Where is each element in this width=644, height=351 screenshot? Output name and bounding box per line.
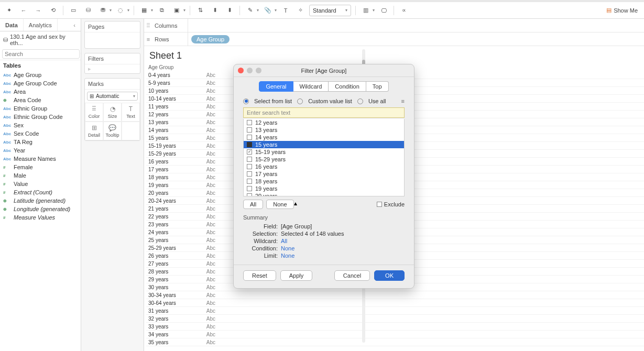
radio-use-all[interactable] xyxy=(357,98,363,104)
marks-detail[interactable]: ⊞Detail xyxy=(85,122,103,140)
dropdown-icon[interactable]: ▾ xyxy=(127,8,129,13)
dropdown-icon[interactable]: ▾ xyxy=(275,8,277,13)
radio-custom-value[interactable] xyxy=(297,98,303,104)
save-icon[interactable]: ▭ xyxy=(68,5,79,16)
zoom-icon[interactable] xyxy=(256,68,261,73)
crosstab-row[interactable]: 33 yearsAbc xyxy=(146,323,644,331)
filter-value-row[interactable]: 17 years xyxy=(244,170,404,178)
field-row[interactable]: AbcAge Group xyxy=(0,71,81,79)
filter-value-checkbox[interactable] xyxy=(247,179,252,184)
crosstab-row[interactable]: 35 yearsAbc xyxy=(146,338,644,346)
sort-asc-icon[interactable]: ⬍ xyxy=(209,5,221,16)
forward-icon[interactable]: → xyxy=(32,5,44,16)
rows-pill-age-group[interactable]: Age Group xyxy=(191,35,230,43)
filter-value-checkbox[interactable] xyxy=(247,186,252,191)
group-icon[interactable]: 📎 xyxy=(262,5,274,16)
field-row[interactable]: #Value xyxy=(0,180,81,188)
field-row[interactable]: AbcEthnic Group xyxy=(0,104,81,113)
field-row[interactable]: ⊕Longitude (generated) xyxy=(0,205,81,213)
filter-value-list[interactable]: 12 years13 years14 years15 years15-19 ye… xyxy=(243,119,405,196)
new-worksheet-icon[interactable]: ▦ xyxy=(138,5,150,16)
filter-value-row[interactable]: 14 years xyxy=(244,134,404,141)
exclude-checkbox[interactable] xyxy=(377,202,382,207)
field-row[interactable]: #Measure Values xyxy=(0,213,81,222)
tableau-logo-icon[interactable]: ✦ xyxy=(3,5,15,16)
filter-value-row[interactable]: 15-29 years xyxy=(244,156,404,163)
tab-wildcard[interactable]: Wildcard xyxy=(293,81,329,92)
marks-type-selector[interactable]: ⊞ Automatic ▾ xyxy=(87,92,138,101)
search-fields-input[interactable] xyxy=(2,49,80,59)
tab-data[interactable]: Data xyxy=(0,19,24,31)
crosstab-row[interactable]: 30-64 yearsAbc xyxy=(146,299,644,307)
marks-color[interactable]: ⠿Color xyxy=(85,103,103,122)
filter-value-checkbox[interactable] xyxy=(247,149,252,155)
field-row[interactable]: AbcSex xyxy=(0,121,81,129)
collapse-pane-icon[interactable]: ‹ xyxy=(68,19,81,31)
swap-icon[interactable]: ⇅ xyxy=(194,5,206,16)
sort-desc-icon[interactable]: ⬍ xyxy=(224,5,235,16)
dropdown-icon[interactable]: ▾ xyxy=(183,8,185,13)
tab-general[interactable]: General xyxy=(259,81,293,92)
radio-select-from-list[interactable] xyxy=(243,98,249,104)
columns-shelf[interactable]: ⦙⦙⦙ Columns xyxy=(144,19,644,32)
field-row[interactable]: #Extract (Count) xyxy=(0,188,81,196)
dropdown-icon[interactable]: ▾ xyxy=(110,8,112,13)
dropdown-icon[interactable]: ▾ xyxy=(257,8,259,13)
new-datasource-icon[interactable]: ⛁ xyxy=(82,5,94,16)
filter-value-checkbox[interactable] xyxy=(247,135,252,140)
clear-icon[interactable]: ▣ xyxy=(171,5,182,16)
filter-value-checkbox[interactable] xyxy=(247,164,252,169)
filter-value-checkbox[interactable] xyxy=(247,157,252,162)
field-row[interactable]: AbcArea xyxy=(0,87,81,96)
field-row[interactable]: #Male xyxy=(0,171,81,180)
auto-update-icon[interactable]: ◌ xyxy=(115,5,126,16)
filter-value-checkbox[interactable] xyxy=(247,171,252,177)
filter-value-checkbox[interactable] xyxy=(247,127,252,133)
field-row[interactable]: AbcSex Code xyxy=(0,129,81,138)
filter-value-row[interactable]: 18 years xyxy=(244,178,404,185)
gear-icon[interactable]: ≡ xyxy=(401,98,405,104)
select-all-button[interactable]: All xyxy=(243,200,263,209)
marks-tooltip[interactable]: 💬Tooltip xyxy=(103,122,122,140)
dropdown-icon[interactable]: ▾ xyxy=(373,8,375,13)
rows-shelf[interactable]: ≡ Rows Age Group xyxy=(144,32,644,46)
filter-value-row[interactable]: 15-19 years xyxy=(244,148,404,156)
field-row[interactable]: AbcMeasure Names xyxy=(0,155,81,163)
tab-condition[interactable]: Condition xyxy=(329,81,366,92)
close-icon[interactable] xyxy=(238,68,244,73)
sheet-title[interactable]: Sheet 1 xyxy=(144,46,644,63)
totals-icon[interactable]: T xyxy=(280,5,291,16)
reset-button[interactable]: Reset xyxy=(243,270,276,281)
crosstab-row[interactable]: 34 yearsAbc xyxy=(146,331,644,338)
filter-value-row[interactable]: 13 years xyxy=(244,126,404,134)
filter-value-checkbox[interactable] xyxy=(247,142,252,147)
undo-icon[interactable]: ⟲ xyxy=(47,5,59,16)
datasource-row[interactable]: ⛁ 130.1 Age and sex by eth... xyxy=(0,31,81,48)
duplicate-icon[interactable]: ⧉ xyxy=(156,5,168,16)
crosstab-row[interactable]: 31 yearsAbc xyxy=(146,307,644,315)
highlight-icon[interactable]: ✎ xyxy=(244,5,256,16)
field-row[interactable]: AbcEthnic Group Code xyxy=(0,113,81,121)
marks-size[interactable]: ◔Size xyxy=(103,103,122,122)
presentation-icon[interactable]: 🖵 xyxy=(378,5,389,16)
pages-card[interactable]: Pages xyxy=(84,21,140,49)
labels-icon[interactable]: ✧ xyxy=(294,5,306,16)
field-row[interactable]: ⊕Latitude (generated) xyxy=(0,196,81,205)
filter-value-row[interactable]: 15 years xyxy=(244,141,404,148)
dialog-titlebar[interactable]: Filter [Age Group] xyxy=(234,64,414,77)
summary-wildcard-value[interactable]: All xyxy=(281,238,287,244)
filter-value-row[interactable]: 20 years xyxy=(244,192,404,196)
minimize-icon[interactable] xyxy=(247,68,253,73)
summary-limit-value[interactable]: None xyxy=(281,253,294,259)
refresh-icon[interactable]: ⛃ xyxy=(97,5,108,16)
field-row[interactable]: AbcYear xyxy=(0,146,81,155)
filter-search-input[interactable]: Enter search text xyxy=(243,107,405,118)
filters-card[interactable]: Filters ▸ xyxy=(84,53,140,74)
back-icon[interactable]: ← xyxy=(18,5,29,16)
apply-button[interactable]: Apply xyxy=(280,270,313,281)
tab-top[interactable]: Top xyxy=(366,81,389,92)
show-cards-icon[interactable]: ▥ xyxy=(360,5,372,16)
crosstab-row[interactable]: 32 yearsAbc xyxy=(146,315,644,323)
dropdown-icon[interactable]: ▾ xyxy=(151,8,153,13)
filter-value-row[interactable]: 16 years xyxy=(244,163,404,170)
